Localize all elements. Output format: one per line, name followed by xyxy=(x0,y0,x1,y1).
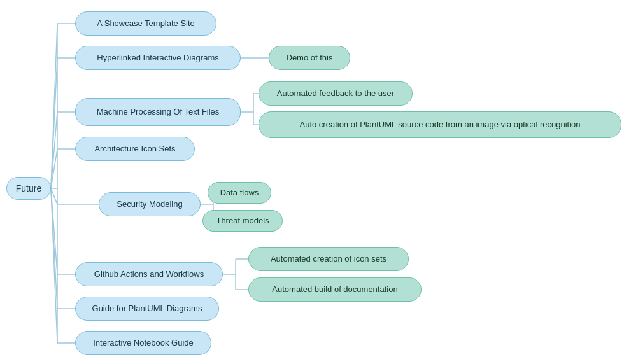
node-plantuml-guide[interactable]: Guide for PlantUML Diagrams xyxy=(75,297,219,321)
node-machine-processing[interactable]: Machine Processing Of Text Files xyxy=(75,98,241,126)
node-hyperlinked[interactable]: Hyperlinked Interactive Diagrams xyxy=(75,46,241,70)
node-security[interactable]: Security Modeling xyxy=(99,192,201,216)
node-github-label: Github Actions and Workflows xyxy=(94,269,204,280)
node-showcase[interactable]: A Showcase Template Site xyxy=(75,11,216,36)
node-machine-label: Machine Processing Of Text Files xyxy=(97,107,220,118)
node-showcase-label: A Showcase Template Site xyxy=(97,18,195,29)
root-label: Future xyxy=(16,183,41,194)
node-threat[interactable]: Threat models xyxy=(202,210,283,232)
node-hyperlinked-label: Hyperlinked Interactive Diagrams xyxy=(97,53,218,64)
node-architecture[interactable]: Architecture Icon Sets xyxy=(75,137,195,161)
node-plantuml-guide-label: Guide for PlantUML Diagrams xyxy=(92,304,202,314)
node-architecture-label: Architecture Icon Sets xyxy=(94,144,175,155)
node-threat-label: Threat models xyxy=(216,216,269,227)
node-iconsets-label: Automated creation of icon sets xyxy=(271,254,386,265)
node-notebook-label: Interactive Notebook Guide xyxy=(93,338,194,349)
node-feedback[interactable]: Automated feedback to the user xyxy=(259,81,413,106)
node-builddoc[interactable]: Automated build of documentation xyxy=(248,277,422,302)
node-github[interactable]: Github Actions and Workflows xyxy=(75,262,223,286)
node-security-label: Security Modeling xyxy=(117,199,182,210)
node-demo[interactable]: Demo of this xyxy=(269,46,350,70)
node-notebook[interactable]: Interactive Notebook Guide xyxy=(75,331,211,355)
node-autocreate-label: Auto creation of PlantUML source code fr… xyxy=(299,120,580,130)
node-iconsets[interactable]: Automated creation of icon sets xyxy=(248,247,409,271)
node-demo-label: Demo of this xyxy=(287,53,333,64)
node-dataflows-label: Data flows xyxy=(220,188,259,199)
node-builddoc-label: Automated build of documentation xyxy=(272,284,397,295)
node-autocreate[interactable]: Auto creation of PlantUML source code fr… xyxy=(259,111,621,138)
node-feedback-label: Automated feedback to the user xyxy=(277,88,394,99)
node-dataflows[interactable]: Data flows xyxy=(208,182,271,204)
root-node: Future xyxy=(6,177,51,200)
